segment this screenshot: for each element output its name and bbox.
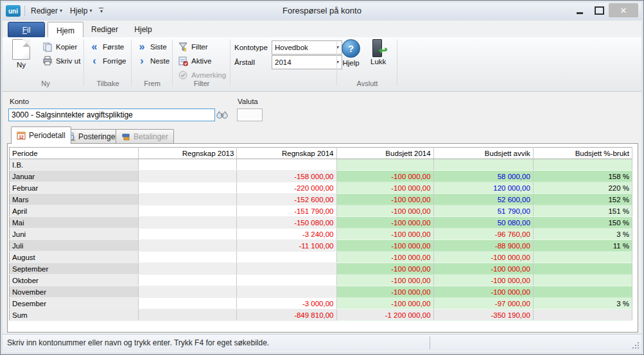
first-button[interactable]: « Første <box>88 40 125 53</box>
value-cell[interactable]: -152 600,00 <box>237 194 336 205</box>
value-cell[interactable]: -100 000,00 <box>336 217 433 229</box>
table-row[interactable]: Februar-220 000,00-100 000,00120 000,002… <box>10 182 632 194</box>
value-cell[interactable]: -88 900,00 <box>433 240 533 252</box>
table-row[interactable]: August-100 000,00-100 000,00 <box>10 252 632 263</box>
value-cell[interactable]: -350 190,00 <box>433 309 533 321</box>
period-cell[interactable]: Sum <box>10 309 139 321</box>
tab-fil[interactable]: Fil <box>8 22 45 38</box>
value-cell[interactable] <box>139 309 237 321</box>
value-cell[interactable] <box>139 263 237 275</box>
value-cell[interactable]: -97 000,00 <box>433 298 533 309</box>
value-cell[interactable] <box>139 240 237 252</box>
value-cell[interactable] <box>139 217 237 229</box>
resize-grip-icon[interactable] <box>632 342 639 349</box>
period-cell[interactable]: Januar <box>10 171 139 182</box>
value-cell[interactable] <box>433 159 533 171</box>
value-cell[interactable]: -100 000,00 <box>336 171 433 182</box>
value-cell[interactable]: 220 % <box>533 182 632 194</box>
value-cell[interactable] <box>139 275 237 286</box>
value-cell[interactable]: 11 % <box>533 240 632 252</box>
table-row[interactable]: November-100 000,00-100 000,00 <box>10 286 632 298</box>
period-cell[interactable]: Juni <box>10 229 139 240</box>
value-cell[interactable]: -100 000,00 <box>433 275 533 286</box>
column-header[interactable]: Budsjett avvik <box>433 148 533 159</box>
period-cell[interactable]: September <box>10 263 139 275</box>
value-cell[interactable] <box>139 252 237 263</box>
value-cell[interactable]: -100 000,00 <box>336 263 433 275</box>
search-binoculars-icon[interactable] <box>216 109 229 119</box>
table-row[interactable]: Mai-150 080,00-100 000,0050 080,00150 % <box>10 217 632 229</box>
value-cell[interactable]: -11 100,00 <box>237 240 336 252</box>
value-cell[interactable]: 52 600,00 <box>433 194 533 205</box>
table-row[interactable]: Oktober-100 000,00-100 000,00 <box>10 275 632 286</box>
value-cell[interactable]: -100 000,00 <box>336 182 433 194</box>
value-cell[interactable] <box>533 286 632 298</box>
value-cell[interactable]: 120 000,00 <box>433 182 533 194</box>
tab-betalinger[interactable]: Betalinger <box>116 129 174 143</box>
value-cell[interactable]: 150 % <box>533 217 632 229</box>
active-filter-button[interactable]: Aktive <box>177 55 213 67</box>
value-cell[interactable] <box>237 286 336 298</box>
column-header[interactable]: Periode <box>10 148 139 159</box>
value-cell[interactable]: 158 % <box>533 171 632 182</box>
maximize-button[interactable] <box>589 3 609 17</box>
value-cell[interactable]: 50 080,00 <box>433 217 533 229</box>
value-cell[interactable]: -100 000,00 <box>336 275 433 286</box>
value-cell[interactable] <box>336 159 433 171</box>
previous-button[interactable]: ‹ Forrige <box>88 55 127 67</box>
value-cell[interactable] <box>139 229 237 240</box>
table-row[interactable]: I.B. <box>10 159 632 171</box>
value-cell[interactable] <box>237 252 336 263</box>
tab-hjem[interactable]: Hjem <box>48 22 83 39</box>
value-cell[interactable] <box>139 286 237 298</box>
table-row[interactable]: September-100 000,00-100 000,00 <box>10 263 632 275</box>
value-cell[interactable]: -100 000,00 <box>336 252 433 263</box>
value-cell[interactable] <box>139 159 237 171</box>
filter-button[interactable]: Filter <box>177 40 209 53</box>
period-cell[interactable]: Mars <box>10 194 139 205</box>
table-row[interactable]: Januar-158 000,00-100 000,0058 000,00158… <box>10 171 632 182</box>
value-cell[interactable]: -100 000,00 <box>336 194 433 205</box>
table-row[interactable]: Mars-152 600,00-100 000,0052 600,00152 % <box>10 194 632 205</box>
value-cell[interactable]: -1 200 000,00 <box>336 309 433 321</box>
table-row[interactable]: Desember-3 000,00-100 000,00-97 000,003 … <box>10 298 632 309</box>
value-cell[interactable] <box>533 252 632 263</box>
value-cell[interactable]: -158 000,00 <box>237 171 336 182</box>
column-header[interactable]: Regnskap 2014 <box>237 148 336 159</box>
help-button[interactable]: ? Hjelp <box>342 39 360 67</box>
period-cell[interactable]: April <box>10 205 139 217</box>
value-cell[interactable] <box>237 275 336 286</box>
period-cell[interactable]: Oktober <box>10 275 139 286</box>
value-cell[interactable]: -100 000,00 <box>336 205 433 217</box>
value-cell[interactable]: 58 000,00 <box>433 171 533 182</box>
value-cell[interactable]: 51 790,00 <box>433 205 533 217</box>
konto-input[interactable] <box>8 108 215 121</box>
value-cell[interactable] <box>237 159 336 171</box>
table-row[interactable]: Juni-3 240,00-100 000,00-96 760,003 % <box>10 229 632 240</box>
period-cell[interactable]: Februar <box>10 182 139 194</box>
minimize-button[interactable] <box>570 3 589 17</box>
value-cell[interactable]: -100 000,00 <box>433 252 533 263</box>
value-cell[interactable]: -151 790,00 <box>237 205 336 217</box>
tab-hjelp[interactable]: Hjelp <box>128 22 158 37</box>
value-cell[interactable] <box>139 171 237 182</box>
value-cell[interactable] <box>533 309 632 321</box>
last-button[interactable]: » Siste <box>135 40 168 53</box>
value-cell[interactable]: -100 000,00 <box>433 286 533 298</box>
value-cell[interactable] <box>139 182 237 194</box>
kontotype-dropdown[interactable]: Hovedbok ▾ <box>272 40 342 55</box>
value-cell[interactable]: -3 240,00 <box>237 229 336 240</box>
tab-periodetall[interactable]: 12 Periodetall <box>11 126 71 144</box>
column-header[interactable]: Regnskap 2013 <box>139 148 237 159</box>
print-button[interactable]: Skriv ut <box>41 55 82 67</box>
value-cell[interactable]: -96 760,00 <box>433 229 533 240</box>
period-cell[interactable]: Mai <box>10 217 139 229</box>
close-button[interactable]: ✕ <box>609 3 638 17</box>
value-cell[interactable]: -100 000,00 <box>336 298 433 309</box>
table-row[interactable]: April-151 790,00-100 000,0051 790,00151 … <box>10 205 632 217</box>
close-form-button[interactable]: ↩ Lukk <box>370 39 386 65</box>
value-cell[interactable]: -150 080,00 <box>237 217 336 229</box>
value-cell[interactable]: 152 % <box>533 194 632 205</box>
value-cell[interactable]: -100 000,00 <box>433 263 533 275</box>
value-cell[interactable] <box>139 205 237 217</box>
